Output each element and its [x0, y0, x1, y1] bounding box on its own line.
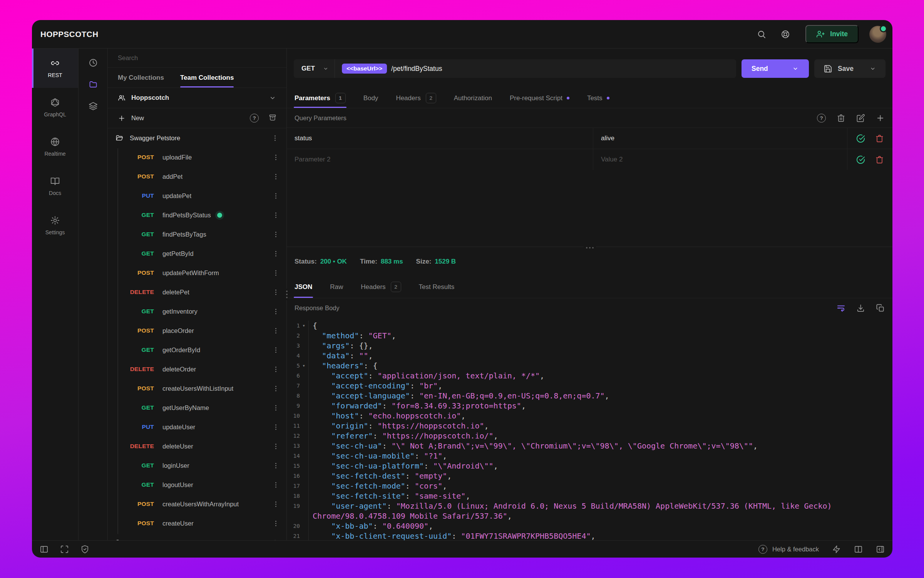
request-item[interactable]: GETgetPetById [108, 244, 286, 263]
send-button[interactable]: Send [742, 59, 809, 78]
collapse-right-panel-icon[interactable] [876, 545, 885, 554]
request-options-icon[interactable] [272, 327, 280, 334]
tab-tests[interactable]: Tests [587, 88, 609, 108]
request-options-icon[interactable] [272, 212, 280, 219]
request-item[interactable]: GETloginUser [108, 456, 286, 475]
shortcuts-zap-icon[interactable] [832, 545, 841, 554]
expand-icon[interactable] [60, 545, 69, 554]
request-item[interactable]: GETfindPetsByTags [108, 225, 286, 244]
history-icon[interactable] [89, 58, 98, 67]
request-item[interactable]: GETgetUserByName [108, 398, 286, 417]
panel-resize-handle[interactable] [285, 289, 288, 300]
request-item[interactable]: GETfindPetsByStatus [108, 205, 286, 225]
help-feedback-button[interactable]: ? Help & feedback [758, 545, 819, 554]
collection-options-icon[interactable] [271, 134, 279, 142]
tab-raw[interactable]: Raw [330, 276, 343, 298]
request-options-icon[interactable] [272, 520, 280, 527]
request-options-icon[interactable] [272, 423, 280, 431]
interceptor-shield-icon[interactable] [80, 545, 89, 554]
sidebar-item-realtime[interactable]: Realtime [32, 127, 78, 166]
download-icon[interactable] [856, 304, 865, 313]
request-options-icon[interactable] [272, 404, 280, 412]
request-options-icon[interactable] [272, 443, 280, 450]
pane-resize-handle[interactable] [584, 246, 596, 249]
parameter-key-input[interactable]: status [287, 128, 593, 149]
tab-body[interactable]: Body [363, 88, 378, 108]
fold-icon[interactable]: ▾ [300, 321, 308, 331]
delete-parameter-icon[interactable] [875, 155, 884, 164]
request-item[interactable]: POSTupdatePetWithForm [108, 263, 286, 282]
request-options-icon[interactable] [272, 462, 280, 469]
tab-test-results[interactable]: Test Results [419, 276, 455, 298]
save-button[interactable]: Save [814, 59, 886, 78]
request-options-icon[interactable] [272, 501, 280, 508]
wrap-lines-icon[interactable] [837, 304, 845, 313]
request-item[interactable]: POSTuploadFile [108, 148, 286, 167]
tab-my-collections[interactable]: My Collections [118, 68, 164, 87]
request-item[interactable]: PUTupdatePet [108, 186, 286, 205]
request-options-icon[interactable] [272, 269, 280, 277]
request-options-icon[interactable] [272, 154, 280, 161]
chevron-down-icon[interactable] [792, 65, 799, 72]
tab-team-collections[interactable]: Team Collections [180, 68, 234, 87]
tab-authorization[interactable]: Authorization [454, 88, 492, 108]
avatar[interactable] [869, 26, 886, 43]
team-selector[interactable]: Hoppscotch [108, 88, 286, 108]
help-icon[interactable]: ? [250, 114, 259, 123]
add-parameter-icon[interactable] [876, 114, 885, 123]
plus-icon[interactable] [118, 114, 126, 122]
tab-pre-request-script[interactable]: Pre-request Script [510, 88, 569, 108]
request-options-icon[interactable] [272, 385, 280, 392]
new-collection-button[interactable]: New [131, 114, 144, 122]
chevron-down-icon[interactable] [869, 65, 876, 72]
request-options-icon[interactable] [272, 173, 280, 180]
request-item[interactable]: GETlogoutUser [108, 475, 286, 494]
delete-all-icon[interactable] [837, 114, 845, 123]
request-options-icon[interactable] [272, 308, 280, 315]
request-item[interactable]: PUTupdateUser [108, 417, 286, 437]
request-item[interactable]: POSTplaceOrder [108, 321, 286, 340]
sidebar-item-settings[interactable]: Settings [32, 206, 78, 245]
copy-icon[interactable] [876, 304, 885, 313]
collection-options-icon[interactable] [271, 539, 279, 541]
request-options-icon[interactable] [272, 289, 280, 296]
method-select[interactable]: GET [294, 59, 335, 78]
parameter-key-input[interactable]: Parameter 2 [287, 149, 593, 170]
request-options-icon[interactable] [272, 192, 280, 200]
bulk-edit-icon[interactable] [856, 114, 865, 123]
delete-parameter-icon[interactable] [875, 134, 884, 143]
code-area[interactable]: 1▾{2 "method": "GET",3 "args": {},4 "dat… [287, 318, 892, 540]
toggle-parameter-icon[interactable] [856, 155, 865, 164]
request-options-icon[interactable] [272, 231, 280, 238]
request-item[interactable]: GETgetInventory [108, 302, 286, 321]
tab-headers[interactable]: Headers2 [361, 276, 401, 298]
request-item[interactable]: DELETEdeletePet [108, 282, 286, 302]
request-item[interactable]: POSTaddPet [108, 167, 286, 186]
sidebar-item-graphql[interactable]: GraphQL [32, 88, 78, 127]
toggle-sidebar-icon[interactable] [40, 545, 49, 554]
toggle-parameter-icon[interactable] [856, 134, 865, 143]
search-icon[interactable] [757, 30, 766, 39]
fold-icon[interactable]: ▾ [300, 361, 308, 371]
request-options-icon[interactable] [272, 366, 280, 373]
url-input[interactable]: <<baseUrl>> /pet/findByStatus [335, 59, 736, 78]
request-item[interactable]: DELETEdeleteOrder [108, 360, 286, 379]
parameter-value-input[interactable]: Value 2 [593, 149, 847, 170]
invite-button[interactable]: Invite [805, 25, 859, 43]
import-export-icon[interactable] [269, 114, 276, 123]
tab-parameters[interactable]: Parameters1 [295, 88, 346, 108]
request-item[interactable]: POSTcreateUser [108, 514, 286, 533]
sidebar-item-docs[interactable]: Docs [32, 166, 78, 206]
sidebar-item-rest[interactable]: REST [32, 49, 78, 88]
collections-icon[interactable] [89, 80, 98, 89]
request-item[interactable]: POSTcreateUsersWithArrayInput [108, 494, 286, 514]
collections-search-input[interactable]: Search [108, 49, 286, 68]
request-item[interactable]: POSTcreateUsersWithListInput [108, 379, 286, 398]
env-variable-pill[interactable]: <<baseUrl>> [342, 64, 387, 74]
request-item[interactable]: DELETEdeleteUser [108, 437, 286, 456]
tab-json[interactable]: JSON [295, 276, 312, 298]
split-columns-icon[interactable] [854, 545, 863, 554]
request-item[interactable]: GETgetOrderById [108, 340, 286, 360]
request-options-icon[interactable] [272, 481, 280, 489]
help-icon[interactable]: ? [817, 114, 826, 123]
